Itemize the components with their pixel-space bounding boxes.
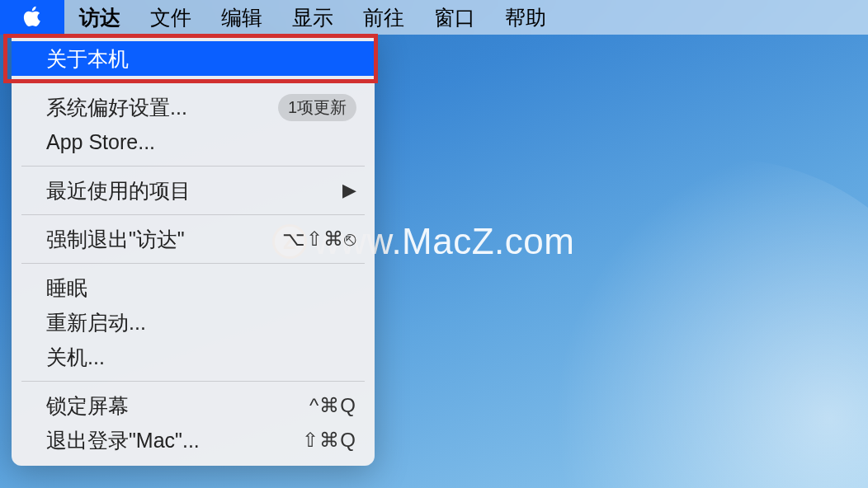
menu-system-preferences[interactable]: 系统偏好设置... 1项更新 <box>12 90 375 124</box>
menu-label: App Store... <box>46 130 155 154</box>
menubar-item-file[interactable]: 文件 <box>135 0 206 35</box>
menu-label: 系统偏好设置... <box>46 94 187 121</box>
menubar-app-name[interactable]: 访达 <box>64 0 135 35</box>
shortcut-label: ⌥⇧⌘⎋ <box>274 228 356 251</box>
menu-sleep[interactable]: 睡眠 <box>12 270 375 305</box>
menu-recent-items[interactable]: 最近使用的项目 ▶ <box>12 173 375 208</box>
menu-label: 重新启动... <box>46 309 146 336</box>
shortcut-label: ^⌘Q <box>274 394 356 417</box>
menu-label: 睡眠 <box>46 274 87 302</box>
menu-logout[interactable]: 退出登录"Mac"... ⇧⌘Q <box>12 423 375 458</box>
menu-label: 强制退出"访达" <box>46 226 185 253</box>
menubar-item-edit[interactable]: 编辑 <box>206 0 277 35</box>
menu-label: 关机... <box>46 344 105 371</box>
menubar-item-go[interactable]: 前往 <box>348 0 419 35</box>
wallpaper-swoosh <box>402 88 868 488</box>
apple-logo-icon <box>21 5 43 30</box>
menubar-item-window[interactable]: 窗口 <box>419 0 490 35</box>
menu-about-this-mac[interactable]: 关于本机 <box>12 41 375 76</box>
menu-separator <box>21 166 365 167</box>
menu-force-quit[interactable]: 强制退出"访达" ⌥⇧⌘⎋ <box>12 222 375 256</box>
submenu-arrow-icon: ▶ <box>342 180 356 201</box>
menu-label: 退出登录"Mac"... <box>46 427 200 454</box>
menu-app-store[interactable]: App Store... <box>12 124 375 159</box>
menubar-item-view[interactable]: 显示 <box>277 0 348 35</box>
apple-menu-button[interactable] <box>0 0 64 35</box>
update-badge: 1项更新 <box>278 94 356 121</box>
menu-separator <box>21 381 365 382</box>
menu-restart[interactable]: 重新启动... <box>12 305 375 340</box>
menu-label: 锁定屏幕 <box>46 392 129 420</box>
menubar-item-help[interactable]: 帮助 <box>490 0 561 35</box>
menu-lock-screen[interactable]: 锁定屏幕 ^⌘Q <box>12 388 375 423</box>
apple-dropdown-menu: 关于本机 系统偏好设置... 1项更新 App Store... 最近使用的项目… <box>12 35 375 466</box>
menu-separator <box>21 263 365 264</box>
menu-label: 最近使用的项目 <box>46 177 191 204</box>
menu-shutdown[interactable]: 关机... <box>12 340 375 374</box>
menu-separator <box>21 82 365 83</box>
menu-separator <box>21 214 365 215</box>
menubar: 访达 文件 编辑 显示 前往 窗口 帮助 <box>0 0 868 35</box>
menu-label: 关于本机 <box>46 45 129 73</box>
shortcut-label: ⇧⌘Q <box>274 429 356 452</box>
